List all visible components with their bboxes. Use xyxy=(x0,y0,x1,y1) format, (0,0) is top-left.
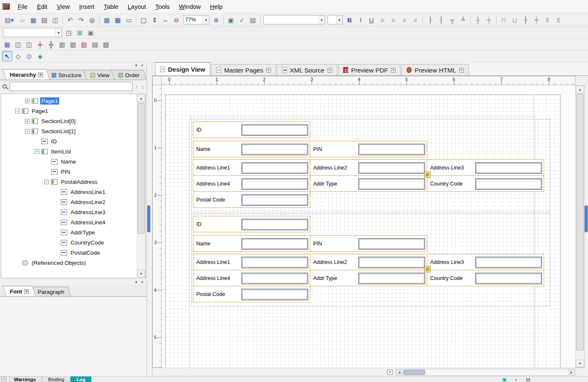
field-input[interactable] xyxy=(241,124,308,136)
close-icon[interactable]: × xyxy=(24,289,29,294)
tree-item-referenced-objects[interactable]: (Referenced Objects) xyxy=(1,258,145,268)
expand-icon[interactable]: + xyxy=(25,119,30,124)
status-close-icon[interactable]: × xyxy=(1,377,6,382)
field-input[interactable] xyxy=(241,289,308,300)
tree-item-sectionlist-0[interactable]: +SectionList[0] xyxy=(1,116,145,126)
align-center-button[interactable]: ≡ xyxy=(388,15,398,25)
italic-button[interactable]: I xyxy=(355,15,366,25)
tree-item-itemlist[interactable]: −ItemList xyxy=(1,146,145,156)
panel-menu-icon[interactable]: ▼ xyxy=(135,280,138,284)
tree-item-postalcode[interactable]: PostalCode xyxy=(1,247,145,258)
status-tab-log[interactable]: Log xyxy=(70,377,92,382)
vertical-scrollbar[interactable]: ▲ ▼ xyxy=(575,85,585,368)
field-input[interactable] xyxy=(241,257,308,268)
field-input[interactable] xyxy=(475,162,542,174)
print-button[interactable]: ▤ xyxy=(39,15,49,25)
new-form-button[interactable]: ▤▾ xyxy=(2,15,16,25)
form-cell-id[interactable]: ID xyxy=(193,216,310,232)
tree-item-addressline4[interactable]: AddressLine4 xyxy=(1,217,145,227)
tree-scrollbar[interactable]: ▲ ▼ xyxy=(137,94,145,277)
field-input[interactable] xyxy=(241,178,308,190)
scroll-up-icon[interactable]: ▲ xyxy=(576,86,584,93)
panel-close-icon[interactable]: × xyxy=(141,280,144,285)
search-input[interactable] xyxy=(10,82,133,91)
scroll-left-icon[interactable]: ◄ xyxy=(396,370,402,375)
delete-row-button[interactable]: ╪ xyxy=(35,39,45,49)
insert-custom-table-button[interactable]: ▦ xyxy=(113,15,123,25)
form-page[interactable]: IDNamePINAddress Line1Address Line2Addre… xyxy=(165,94,561,368)
delete-column-button[interactable]: ▥ xyxy=(79,39,89,49)
form-cell-address-line1[interactable]: Address Line1 xyxy=(193,254,310,270)
highlight-fields-button[interactable]: ▣ xyxy=(226,15,236,25)
collapse-icon[interactable]: − xyxy=(25,129,30,134)
insert-row-below-button[interactable]: ◫ xyxy=(24,39,34,49)
form-cell-addr-type[interactable]: Addr Type xyxy=(310,175,427,192)
scroll-thumb[interactable] xyxy=(138,103,145,234)
panel-close-icon[interactable]: × xyxy=(141,63,144,68)
scroll-down-icon[interactable]: ▼ xyxy=(137,270,145,277)
add-object-button[interactable]: ⊞ xyxy=(75,27,85,38)
field-input[interactable] xyxy=(241,219,308,230)
palette-tab-hierarchy[interactable]: Hierarchy× xyxy=(3,69,50,80)
table-properties-button[interactable]: ▧ xyxy=(101,39,111,49)
save-button[interactable]: ▦ xyxy=(28,15,38,25)
form-cell-address-line1[interactable]: Address Line1 xyxy=(193,159,310,176)
status-tab-warnings[interactable]: Warnings xyxy=(8,377,42,382)
scroll-down-icon[interactable]: ▼ xyxy=(576,360,584,367)
chevron-down-icon[interactable]: ▾ xyxy=(55,28,62,37)
palette-tab-order[interactable]: Order xyxy=(111,70,146,80)
field-input[interactable] xyxy=(358,178,425,190)
field-input[interactable] xyxy=(358,162,425,174)
search-previous-icon[interactable]: ↑ xyxy=(135,83,138,90)
split-cells-button[interactable]: ╬ xyxy=(46,39,56,49)
align-justify-button[interactable]: ≡ xyxy=(410,15,420,25)
panel-menu-icon[interactable]: ▼ xyxy=(135,64,138,67)
field-input[interactable] xyxy=(475,178,542,190)
align-bottom-edges-button[interactable]: ┻ xyxy=(458,15,468,25)
page-frame-button[interactable]: ▢ xyxy=(138,15,149,25)
status-tab-binding[interactable]: Binding xyxy=(42,377,70,382)
tree-item-page1[interactable]: +Page1 xyxy=(1,96,145,106)
menu-view[interactable]: View xyxy=(52,1,74,12)
right-splitter-handle[interactable] xyxy=(585,205,588,232)
select-tool[interactable]: ↖ xyxy=(2,51,12,61)
font-size-combo[interactable]: ▾ xyxy=(328,15,343,24)
menu-tools[interactable]: Tools xyxy=(151,1,174,12)
insert-column-right-button[interactable]: ▥ xyxy=(68,39,78,49)
tab-xml-source[interactable]: XML Source× xyxy=(277,64,337,75)
redo-button[interactable]: ↷ xyxy=(76,15,86,25)
spell-check-button[interactable]: ✓ xyxy=(237,15,247,25)
field-input[interactable] xyxy=(241,273,308,284)
menu-help[interactable]: Help xyxy=(206,1,228,12)
field-input[interactable] xyxy=(358,257,425,268)
tree-item-addrtype[interactable]: AddrType xyxy=(1,227,145,237)
tree-item-addressline1[interactable]: AddressLine1 xyxy=(1,187,145,197)
tree-item-name[interactable]: Name xyxy=(1,156,145,167)
align-right-button[interactable]: ≡ xyxy=(399,15,409,25)
open-button[interactable]: ▱ xyxy=(17,15,27,25)
log-status-icon[interactable]: ▣ xyxy=(501,377,508,382)
insert-section-button[interactable]: ▭ xyxy=(124,15,134,25)
tree-item-pin[interactable]: PIN xyxy=(1,167,145,177)
script-editor-status-icon[interactable]: ▤ xyxy=(524,377,532,382)
close-icon[interactable]: × xyxy=(387,369,393,375)
horizontal-scrollbar[interactable]: ◄ ► xyxy=(396,369,575,376)
menu-window[interactable]: Window xyxy=(174,1,206,12)
check-script-status-icon[interactable]: ✓ xyxy=(512,377,520,382)
underline-button[interactable]: U xyxy=(366,15,377,25)
form-cell-country-code[interactable]: Country Code xyxy=(427,175,544,192)
subform-section[interactable]: IDNamePINAddress Line1Address Line2Addre… xyxy=(191,213,550,307)
form-cell-pin[interactable]: PIN xyxy=(310,235,427,252)
close-icon[interactable]: × xyxy=(459,68,464,73)
align-left-button[interactable]: ≡ xyxy=(377,15,387,25)
tree-item-countrycode[interactable]: CountryCode xyxy=(1,237,145,247)
align-right-edges-button[interactable]: ┨ xyxy=(436,15,446,25)
field-input[interactable] xyxy=(475,257,542,268)
field-input[interactable] xyxy=(358,238,425,250)
bold-button[interactable]: B xyxy=(344,15,355,25)
menu-table[interactable]: Table xyxy=(99,1,123,12)
form-cell-address-line3[interactable]: Address Line3 xyxy=(427,254,544,270)
tree-item-id[interactable]: ID xyxy=(1,136,145,146)
undo-button[interactable]: ↶ xyxy=(65,15,75,25)
close-icon[interactable]: × xyxy=(328,68,332,73)
